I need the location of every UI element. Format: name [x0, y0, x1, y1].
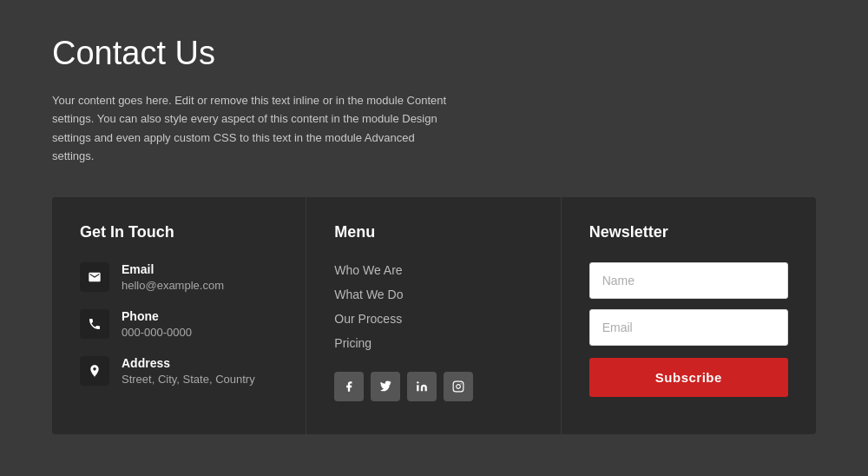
phone-value: 000-000-0000 [122, 326, 192, 339]
email-input[interactable] [589, 309, 788, 346]
contact-email-details: Email hello@example.com [122, 262, 224, 292]
menu-title: Menu [334, 223, 532, 241]
linkedin-button[interactable] [407, 372, 437, 401]
contact-phone-details: Phone 000-000-0000 [122, 309, 192, 339]
menu-item-pricing[interactable]: Pricing [334, 335, 532, 351]
contact-address-details: Address Street, City, State, Country [122, 356, 255, 386]
page-description: Your content goes here. Edit or remove t… [52, 91, 451, 166]
address-label: Address [122, 356, 255, 370]
menu-link-our-process[interactable]: Our Process [334, 312, 402, 326]
menu-links: Who We Are What We Do Our Process Pricin… [334, 262, 532, 351]
contact-phone-item: Phone 000-000-0000 [80, 309, 278, 339]
address-value: Street, City, State, Country [122, 373, 255, 386]
menu-column: Menu Who We Are What We Do Our Process P… [306, 197, 561, 434]
svg-point-0 [417, 381, 418, 383]
newsletter-form: Subscribe [589, 262, 788, 397]
page-wrapper: Contact Us Your content goes here. Edit … [0, 0, 868, 469]
menu-item-our-process[interactable]: Our Process [334, 311, 532, 327]
subscribe-button[interactable]: Subscribe [589, 358, 788, 397]
linkedin-icon [416, 380, 428, 393]
location-icon [88, 364, 102, 378]
get-in-touch-title: Get In Touch [80, 223, 278, 241]
facebook-icon [343, 380, 355, 393]
contact-email-item: Email hello@example.com [80, 262, 278, 292]
name-input[interactable] [589, 262, 788, 299]
footer-grid: Get In Touch Email hello@example.com Pho… [52, 197, 816, 434]
page-title: Contact Us [52, 35, 816, 72]
menu-link-pricing[interactable]: Pricing [334, 336, 372, 350]
instagram-icon [452, 380, 464, 393]
menu-link-what-we-do[interactable]: What We Do [334, 288, 403, 301]
newsletter-title: Newsletter [589, 223, 788, 241]
instagram-button[interactable] [444, 372, 473, 401]
newsletter-column: Newsletter Subscribe [562, 197, 816, 434]
facebook-button[interactable] [334, 372, 364, 401]
phone-icon-box [80, 309, 109, 339]
phone-label: Phone [122, 309, 192, 323]
menu-item-what-we-do[interactable]: What We Do [334, 287, 532, 302]
address-icon-box [80, 356, 109, 386]
email-icon [88, 270, 102, 284]
email-icon-box [80, 262, 109, 292]
email-value: hello@example.com [122, 279, 224, 292]
email-label: Email [122, 262, 224, 276]
get-in-touch-column: Get In Touch Email hello@example.com Pho… [52, 197, 306, 434]
svg-rect-1 [453, 381, 464, 392]
phone-icon [88, 317, 102, 331]
social-icons [334, 372, 532, 401]
twitter-icon [379, 380, 391, 393]
menu-link-who-we-are[interactable]: Who We Are [334, 263, 402, 277]
contact-address-item: Address Street, City, State, Country [80, 356, 278, 386]
twitter-button[interactable] [371, 372, 400, 401]
menu-item-who-we-are[interactable]: Who We Are [334, 262, 532, 278]
